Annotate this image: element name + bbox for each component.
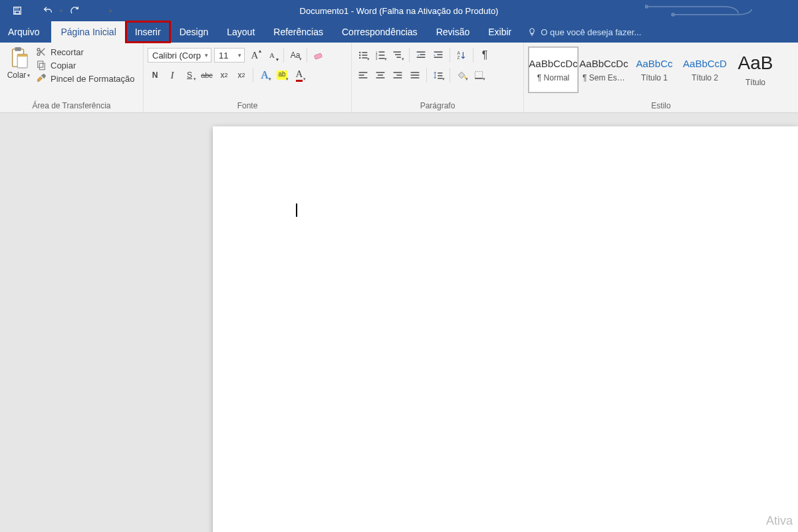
styles-gallery[interactable]: AaBbCcDc¶ NormalAaBbCcDc¶ Sem Esp...AaBb… xyxy=(528,45,794,100)
document-workspace: Ativa xyxy=(0,113,798,532)
style-tile[interactable]: AaBTítulo xyxy=(730,47,781,93)
style-tile[interactable]: AaBbCcTítulo 1 xyxy=(629,47,680,93)
line-spacing-button[interactable]: ▾ xyxy=(431,68,446,82)
style-tile[interactable]: AaBbCcDc¶ Normal xyxy=(528,47,579,93)
bullets-button[interactable]: ▾ xyxy=(356,48,370,63)
multilevel-list-button[interactable]: ▾ xyxy=(390,48,405,63)
group-font: Calibri (Corp▾ 11▾ A▴ A▾ Aa▾ N I S▾ abc xyxy=(144,43,352,112)
style-tile[interactable]: AaBbCcDc¶ Sem Esp... xyxy=(579,47,629,93)
borders-button[interactable]: ▾ xyxy=(471,68,486,82)
tab-insert[interactable]: Inserir xyxy=(126,21,170,43)
align-left-button[interactable] xyxy=(356,68,370,82)
cut-button[interactable]: Recortar xyxy=(36,47,134,57)
show-marks-button[interactable]: ¶ xyxy=(477,48,492,63)
clear-format-button[interactable] xyxy=(311,48,326,63)
paintbrush-icon xyxy=(36,73,47,84)
svg-rect-53 xyxy=(475,71,482,78)
svg-rect-27 xyxy=(395,54,401,55)
svg-rect-41 xyxy=(378,74,383,76)
font-name-combo[interactable]: Calibri (Corp▾ xyxy=(148,48,211,63)
style-name: ¶ Sem Esp... xyxy=(580,73,628,82)
numbering-button[interactable]: 123▾ xyxy=(373,48,388,63)
save-icon[interactable] xyxy=(8,1,27,20)
tell-me-search[interactable]: O que você deseja fazer... xyxy=(521,21,641,43)
strikethrough-button[interactable]: abc xyxy=(200,68,214,82)
undo-dropdown-icon[interactable]: ▾ xyxy=(60,8,63,14)
svg-rect-26 xyxy=(394,51,401,53)
customize-qat-icon[interactable]: ▾ xyxy=(109,8,112,14)
style-sample: AaBbCcDc xyxy=(579,58,628,69)
group-clipboard-label: Área de Transferência xyxy=(4,100,139,111)
outdent-icon xyxy=(416,50,426,61)
svg-rect-39 xyxy=(359,77,368,78)
format-painter-label: Pincel de Formatação xyxy=(51,74,134,84)
tab-file[interactable]: Arquivo xyxy=(0,21,51,43)
format-painter-button[interactable]: Pincel de Formatação xyxy=(36,73,134,84)
group-font-label: Fonte xyxy=(148,100,347,111)
svg-rect-46 xyxy=(411,72,420,73)
grow-font-button[interactable]: A▴ xyxy=(247,48,262,63)
change-case-button[interactable]: Aa▾ xyxy=(288,48,303,63)
tab-references[interactable]: Referências xyxy=(264,21,332,43)
style-sample: AaB xyxy=(738,53,773,74)
tab-home[interactable]: Página Inicial xyxy=(51,21,125,43)
copy-button[interactable]: Copiar xyxy=(36,60,134,70)
group-paragraph-label: Parágrafo xyxy=(356,100,519,111)
chevron-down-icon: ▾ xyxy=(466,76,468,82)
style-sample: AaBbCcDc xyxy=(529,58,577,69)
shrink-font-button[interactable]: A▾ xyxy=(265,48,279,63)
align-center-icon xyxy=(375,70,386,80)
svg-rect-29 xyxy=(417,51,426,53)
redo-icon[interactable] xyxy=(65,1,84,20)
activation-watermark: Ativa xyxy=(766,514,793,528)
svg-rect-30 xyxy=(420,54,425,55)
svg-rect-47 xyxy=(411,74,420,76)
increase-indent-button[interactable] xyxy=(431,48,446,63)
svg-rect-32 xyxy=(434,51,443,53)
undo-icon[interactable] xyxy=(39,1,57,20)
style-tile[interactable]: AaBbCcDTítulo 2 xyxy=(680,47,730,93)
superscript-button[interactable]: x2 xyxy=(234,68,249,82)
bold-button[interactable]: N xyxy=(148,68,162,82)
highlight-button[interactable]: ab▾ xyxy=(275,68,289,82)
document-page[interactable] xyxy=(213,126,798,532)
align-center-button[interactable] xyxy=(373,68,388,82)
italic-button[interactable]: I xyxy=(165,68,180,82)
svg-point-18 xyxy=(359,57,360,59)
tab-mailings[interactable]: Correspondências xyxy=(332,21,427,43)
font-size-combo[interactable]: 11▾ xyxy=(214,48,245,63)
tab-design[interactable]: Design xyxy=(170,21,218,43)
subscript-button[interactable]: x2 xyxy=(217,68,231,82)
chevron-down-icon: ▾ xyxy=(205,52,208,59)
group-clipboard: Colar▾ Recortar Copiar Pincel de Formata… xyxy=(0,43,144,112)
sort-icon: AZ xyxy=(456,50,467,61)
eraser-icon xyxy=(313,50,324,61)
chevron-down-icon: ▾ xyxy=(194,76,196,82)
chevron-down-icon: ▾ xyxy=(402,57,404,62)
cut-label: Recortar xyxy=(51,47,84,57)
chevron-down-icon: ▾ xyxy=(367,57,370,62)
svg-rect-15 xyxy=(362,52,367,53)
shading-button[interactable]: ▾ xyxy=(454,68,469,82)
tab-review[interactable]: Revisão xyxy=(427,21,479,43)
copy-icon xyxy=(36,60,47,70)
justify-button[interactable] xyxy=(408,68,422,82)
text-effects-button[interactable]: A▾ xyxy=(257,68,272,82)
svg-rect-11 xyxy=(39,63,45,69)
paste-label: Colar xyxy=(7,70,27,80)
tab-view[interactable]: Exibir xyxy=(479,21,521,43)
group-styles: AaBbCcDc¶ NormalAaBbCcDc¶ Sem Esp...AaBb… xyxy=(524,43,798,112)
chevron-down-icon: ▾ xyxy=(299,57,302,62)
tab-layout[interactable]: Layout xyxy=(217,21,264,43)
decrease-indent-button[interactable] xyxy=(414,48,428,63)
paste-button[interactable]: Colar▾ xyxy=(4,45,33,80)
svg-rect-21 xyxy=(379,51,385,53)
svg-text:3: 3 xyxy=(376,57,378,61)
font-color-button[interactable]: A▾ xyxy=(292,68,307,82)
align-right-button[interactable] xyxy=(390,68,405,82)
underline-button[interactable]: S▾ xyxy=(182,68,197,82)
chevron-down-icon: ▾ xyxy=(269,76,271,82)
svg-rect-34 xyxy=(434,57,443,58)
svg-rect-33 xyxy=(437,54,442,55)
sort-button[interactable]: AZ xyxy=(454,48,469,63)
